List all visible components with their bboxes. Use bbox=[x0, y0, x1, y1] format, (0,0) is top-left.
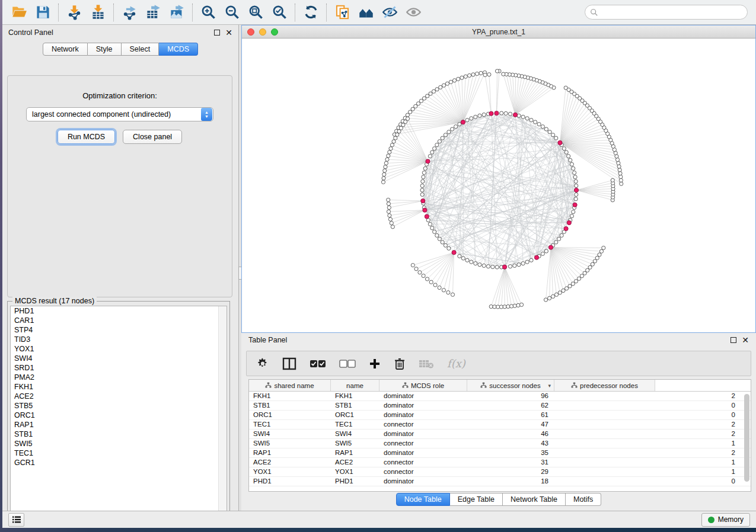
export-network-button[interactable] bbox=[117, 2, 141, 23]
network-node[interactable] bbox=[534, 120, 537, 124]
network-node[interactable] bbox=[411, 107, 414, 111]
mcds-result-item[interactable]: ORC1 bbox=[11, 411, 227, 420]
close-panel-button[interactable]: Close panel bbox=[123, 130, 182, 144]
network-node[interactable] bbox=[529, 118, 533, 122]
network-node[interactable] bbox=[422, 274, 425, 277]
select-all-button[interactable] bbox=[310, 355, 326, 373]
network-node[interactable] bbox=[491, 265, 495, 268]
mcds-result-item[interactable]: PMA2 bbox=[11, 373, 227, 382]
mcds-result-list[interactable]: PHD1CAR1STP4TID3YOX1SWI4SRD1PMA2FKH1ACE2… bbox=[10, 306, 227, 518]
network-node[interactable] bbox=[471, 73, 475, 76]
network-node[interactable] bbox=[574, 280, 578, 283]
import-table-button[interactable] bbox=[86, 2, 110, 23]
network-node[interactable] bbox=[574, 180, 578, 183]
network-node[interactable] bbox=[447, 246, 451, 250]
network-node[interactable] bbox=[562, 289, 565, 292]
export-image-button[interactable] bbox=[165, 2, 189, 23]
network-node[interactable] bbox=[420, 188, 424, 192]
network-node[interactable] bbox=[548, 130, 551, 134]
network-node[interactable] bbox=[465, 118, 469, 122]
float-panel-icon[interactable] bbox=[214, 30, 220, 36]
mcds-result-item[interactable]: PHD1 bbox=[11, 306, 227, 316]
network-node[interactable] bbox=[425, 277, 429, 281]
tab-node-table[interactable]: Node Table bbox=[396, 493, 450, 506]
show-panels-button[interactable] bbox=[8, 513, 24, 527]
network-node[interactable] bbox=[442, 84, 445, 87]
network-node[interactable] bbox=[496, 305, 500, 309]
network-node[interactable] bbox=[395, 133, 399, 136]
network-node[interactable] bbox=[558, 291, 562, 294]
network-node[interactable] bbox=[411, 264, 414, 267]
network-node[interactable] bbox=[421, 198, 425, 203]
network-node[interactable] bbox=[504, 111, 508, 115]
column-header-shared-name[interactable]: shared name bbox=[249, 380, 331, 391]
mcds-result-item[interactable]: CAR1 bbox=[11, 316, 227, 325]
network-node[interactable] bbox=[595, 256, 599, 259]
first-neighbors-button[interactable] bbox=[354, 2, 378, 23]
network-node[interactable] bbox=[430, 150, 434, 154]
network-node[interactable] bbox=[384, 165, 387, 169]
network-node[interactable] bbox=[430, 226, 434, 230]
network-node[interactable] bbox=[468, 73, 471, 77]
network-node[interactable] bbox=[414, 267, 418, 271]
network-node[interactable] bbox=[422, 175, 425, 179]
network-node[interactable] bbox=[458, 123, 461, 126]
network-node[interactable] bbox=[537, 123, 541, 126]
network-node[interactable] bbox=[508, 112, 512, 116]
network-node[interactable] bbox=[416, 102, 420, 105]
network-node[interactable] bbox=[487, 73, 491, 76]
network-node[interactable] bbox=[464, 75, 467, 78]
network-node[interactable] bbox=[513, 264, 516, 267]
function-builder-button[interactable]: f(x) bbox=[447, 355, 465, 373]
optimization-criterion-select[interactable]: largest connected component (undirected)… bbox=[26, 107, 213, 121]
network-node[interactable] bbox=[387, 202, 390, 206]
network-node[interactable] bbox=[513, 304, 516, 307]
network-node[interactable] bbox=[529, 258, 533, 262]
network-node[interactable] bbox=[392, 140, 395, 143]
network-node[interactable] bbox=[420, 193, 424, 196]
network-node[interactable] bbox=[575, 184, 578, 187]
network-node[interactable] bbox=[620, 182, 623, 185]
memory-button[interactable]: Memory bbox=[701, 513, 750, 527]
network-node[interactable] bbox=[572, 166, 575, 170]
network-node[interactable] bbox=[574, 197, 578, 201]
zoom-in-button[interactable] bbox=[196, 2, 220, 23]
network-node[interactable] bbox=[482, 113, 486, 116]
network-node[interactable] bbox=[474, 262, 477, 265]
network-node[interactable] bbox=[387, 210, 390, 213]
table-row[interactable]: FKH1FKH1dominator962 bbox=[249, 392, 751, 401]
network-node[interactable] bbox=[617, 161, 620, 165]
network-node[interactable] bbox=[593, 259, 596, 263]
network-node[interactable] bbox=[560, 233, 563, 237]
mcds-result-item[interactable]: ACE2 bbox=[11, 392, 227, 401]
network-node[interactable] bbox=[470, 117, 473, 120]
network-node[interactable] bbox=[438, 286, 441, 289]
network-node[interactable] bbox=[548, 245, 553, 249]
network-node[interactable] bbox=[554, 136, 558, 140]
network-node[interactable] bbox=[452, 251, 456, 255]
network-node[interactable] bbox=[562, 147, 566, 150]
network-node[interactable] bbox=[611, 178, 614, 182]
column-header-predecessor-nodes[interactable]: predecessor nodes bbox=[554, 380, 655, 391]
network-node[interactable] bbox=[451, 293, 454, 296]
tab-mcds[interactable]: MCDS bbox=[159, 43, 198, 56]
deselect-all-button[interactable] bbox=[339, 355, 356, 373]
network-node[interactable] bbox=[383, 169, 387, 172]
network-node[interactable] bbox=[447, 130, 451, 134]
float-table-panel-icon[interactable] bbox=[731, 337, 736, 343]
network-node[interactable] bbox=[519, 303, 523, 306]
save-session-button[interactable] bbox=[31, 2, 55, 23]
network-node[interactable] bbox=[428, 155, 432, 158]
network-canvas[interactable] bbox=[242, 39, 755, 332]
network-node[interactable] bbox=[478, 263, 481, 267]
network-node[interactable] bbox=[406, 113, 409, 117]
network-node[interactable] bbox=[387, 206, 391, 209]
network-node[interactable] bbox=[573, 175, 577, 179]
network-graph[interactable] bbox=[242, 39, 755, 332]
network-node[interactable] bbox=[433, 283, 437, 287]
network-node[interactable] bbox=[571, 282, 575, 286]
network-node[interactable] bbox=[509, 305, 513, 308]
network-node[interactable] bbox=[433, 147, 436, 150]
open-file-button[interactable] bbox=[7, 2, 31, 23]
show-all-button[interactable] bbox=[401, 2, 425, 23]
